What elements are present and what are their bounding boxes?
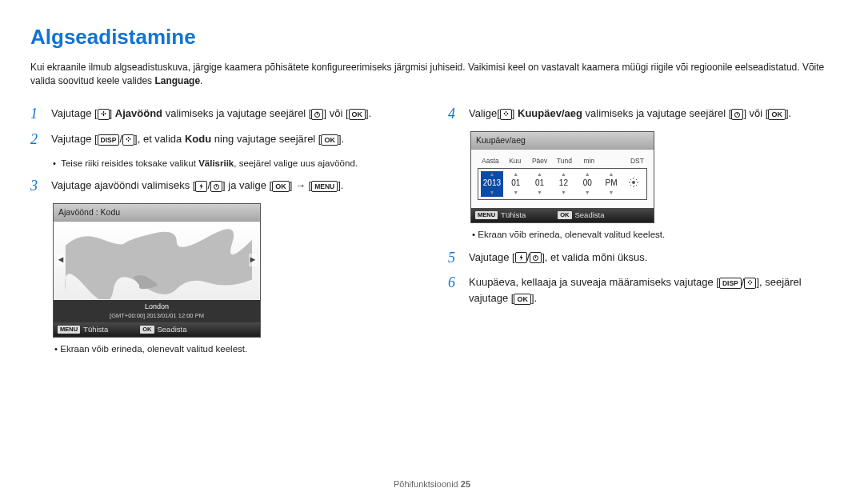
timer-icon [731, 109, 743, 120]
flower-icon [98, 109, 110, 120]
svg-point-0 [102, 114, 104, 115]
month-cell: ▲01▼ [505, 171, 527, 198]
menu-icon: MENU [311, 181, 338, 192]
prev-icon: ◄ [57, 254, 65, 266]
disp-icon: DISP [719, 278, 742, 289]
step-number: 1 [30, 106, 43, 123]
step-3: 3 Vajutage ajavööndi valimiseks [/] ja v… [30, 178, 416, 195]
timezone-screenshot: Ajavöönd : Kodu ◄ ► London [GMT+00:00] 2… [53, 203, 261, 338]
timer-icon [311, 109, 323, 120]
svg-line-10 [636, 185, 637, 186]
step-1: 1 Vajutage [] Ajavöönd valimiseks ja vaj… [30, 106, 416, 123]
ok-icon: OK [514, 294, 531, 305]
page-title: Algseadistamine [30, 22, 834, 53]
screen-footer: MENUTühista OKSeadista [54, 322, 260, 337]
ok-icon: OK [272, 181, 290, 192]
ok-icon: OK [768, 109, 786, 120]
dst-cell [624, 171, 644, 198]
flash-icon [195, 181, 207, 192]
min-cell: ▲00▼ [576, 171, 598, 198]
day-cell: ▲01▼ [529, 171, 551, 198]
page-footer: Põhifunktsioonid 25 [0, 478, 864, 491]
svg-point-4 [632, 181, 635, 184]
ok-icon: OK [321, 134, 338, 146]
flower-icon [500, 109, 512, 120]
map-caption: London [GMT+00:00] 2013/01/01 12:00 PM [54, 300, 260, 322]
svg-line-11 [636, 179, 637, 180]
step-number: 2 [30, 131, 43, 149]
flower-icon [122, 134, 134, 146]
step-number: 6 [448, 274, 461, 306]
flash-icon [515, 252, 527, 263]
step-2: 2 Vajutage [DISP/], et valida Kodu ning … [30, 131, 416, 149]
sun-icon [629, 178, 638, 187]
step-6: 6 Kuupäeva, kellaaja ja suveaja määramis… [448, 274, 834, 306]
screen-header: Kuupäev/aeg [471, 132, 654, 150]
disp-icon: DISP [98, 134, 120, 146]
timer-icon [210, 181, 222, 192]
step-2-note: • Teise riiki reisides toksake valikut V… [53, 157, 416, 170]
date-labels: Aasta Kuu Päev Tund min DST [479, 156, 647, 166]
screen-header: Ajavöönd : Kodu [54, 204, 260, 222]
intro-text: Kui ekraanile ilmub algseadistuskuva, jä… [30, 61, 834, 89]
columns: 1 Vajutage [] Ajavöönd valimiseks ja vaj… [30, 106, 834, 355]
left-column: 1 Vajutage [] Ajavöönd valimiseks ja vaj… [30, 106, 416, 355]
world-map: ◄ ► [54, 222, 260, 300]
date-grid: ▲2013▼ ▲01▼ ▲01▼ ▲12▼ ▲00▼ ▲PM▼ [478, 168, 647, 201]
next-icon: ► [249, 254, 257, 266]
flower-icon [744, 278, 756, 289]
step-4: 4 Valige[] Kuupäev/aeg valimiseks ja vaj… [448, 106, 834, 123]
datetime-screenshot: Kuupäev/aeg Aasta Kuu Päev Tund min DST … [470, 131, 654, 223]
screen-footer: MENUTühista OKSeadista [471, 208, 654, 222]
right-column: 4 Valige[] Kuupäev/aeg valimiseks ja vaj… [448, 106, 834, 355]
step-number: 4 [448, 106, 461, 123]
screen-note: Ekraan võib erineda, olenevalt valitud k… [54, 342, 416, 356]
step-number: 5 [448, 250, 461, 267]
svg-line-9 [630, 179, 631, 180]
screen-note: Ekraan võib erineda, olenevalt valitud k… [472, 228, 834, 242]
ok-icon: OK [349, 109, 366, 120]
svg-line-12 [630, 185, 631, 186]
timer-icon [530, 252, 542, 263]
ampm-cell: ▲PM▼ [600, 171, 622, 198]
hour-cell: ▲12▼ [552, 171, 574, 198]
step-number: 3 [30, 178, 43, 195]
step-5: 5 Vajutage [/], et valida mõni üksus. [448, 250, 834, 267]
year-cell: ▲2013▼ [481, 171, 503, 198]
